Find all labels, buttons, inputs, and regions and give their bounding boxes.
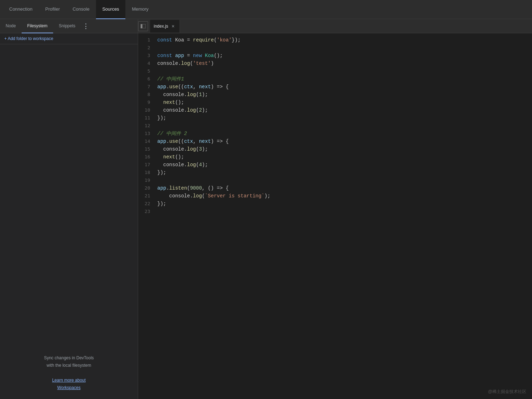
line-content: app.use((ctx, next) => {: [156, 83, 532, 91]
main-layout: + Add folder to workspace Sync changes i…: [0, 33, 532, 399]
line-number: 15: [138, 145, 156, 153]
file-tab-index-js[interactable]: index.js×: [150, 20, 180, 33]
code-line: 20app.listen(9000, () => {: [138, 184, 532, 192]
line-content: // 中间件 2: [156, 130, 532, 137]
line-content: next();: [156, 99, 532, 106]
code-line: 21 console.log(`Server is starting`);: [138, 192, 532, 200]
svg-rect-0: [141, 24, 142, 28]
add-folder-label: + Add folder to workspace: [4, 36, 53, 41]
sidebar-content: + Add folder to workspace: [0, 33, 138, 347]
sidebar: + Add folder to workspace Sync changes i…: [0, 33, 138, 399]
line-content: console.log(2);: [156, 106, 532, 114]
line-content: [156, 122, 532, 130]
sync-line1: Sync changes in DevTools: [44, 355, 94, 360]
line-number: 13: [138, 130, 156, 137]
line-number: 8: [138, 91, 156, 99]
sidebar-footer: Sync changes in DevTools with the local …: [0, 347, 138, 399]
line-content: console.log('test'): [156, 60, 532, 67]
nav-tab-memory[interactable]: Memory: [125, 0, 155, 19]
sync-text: Sync changes in DevTools with the local …: [7, 354, 131, 370]
code-line: 14app.use((ctx, next) => {: [138, 137, 532, 145]
nav-tab-connection[interactable]: Connection: [3, 0, 39, 19]
line-content: [156, 44, 532, 52]
line-content: console.log(`Server is starting`);: [156, 192, 532, 200]
code-line: 17 console.log(4);: [138, 161, 532, 169]
line-number: 12: [138, 122, 156, 130]
nav-tab-profiler[interactable]: Profiler: [39, 0, 66, 19]
line-number: 23: [138, 208, 156, 215]
line-content: app.listen(9000, () => {: [156, 184, 532, 192]
line-number: 1: [138, 36, 156, 44]
nav-tab-console[interactable]: Console: [66, 0, 96, 19]
code-line: 18});: [138, 169, 532, 176]
code-line: 19: [138, 176, 532, 184]
code-area: 1const Koa = require('koa'});2 3const ap…: [138, 33, 532, 399]
code-line: 1const Koa = require('koa'});: [138, 36, 532, 44]
sync-line2: with the local filesystem: [46, 363, 91, 368]
workspaces-link[interactable]: Workspaces: [7, 384, 131, 392]
line-number: 11: [138, 114, 156, 122]
sub-tab-snippets[interactable]: Snippets: [53, 19, 81, 33]
line-content: });: [156, 169, 532, 176]
code-line: 10 console.log(2);: [138, 106, 532, 114]
sub-nav-section: NodeFilesystemSnippets⋮: [0, 19, 138, 33]
line-number: 4: [138, 60, 156, 67]
code-line: 13// 中间件 2: [138, 130, 532, 137]
line-content: const Koa = require('koa'});: [156, 36, 532, 44]
learn-more-link[interactable]: Learn more about: [7, 377, 131, 384]
code-line: 22});: [138, 200, 532, 208]
svg-rect-1: [142, 24, 146, 28]
line-content: [156, 67, 532, 75]
line-content: app.use((ctx, next) => {: [156, 137, 532, 145]
combined-toolbar: NodeFilesystemSnippets⋮ index.js×: [0, 19, 532, 33]
line-number: 17: [138, 161, 156, 169]
line-number: 10: [138, 106, 156, 114]
code-line: 15 console.log(3);: [138, 145, 532, 153]
line-content: });: [156, 114, 532, 122]
code-line: 8 console.log(1);: [138, 91, 532, 99]
code-line: 9 next();: [138, 99, 532, 106]
line-content: console.log(4);: [156, 161, 532, 169]
file-tab-section: index.js×: [138, 19, 532, 33]
line-content: // 中间件1: [156, 75, 532, 83]
line-number: 6: [138, 75, 156, 83]
code-line: 3const app = new Koa();: [138, 52, 532, 60]
code-editor: 1const Koa = require('koa'});2 3const ap…: [138, 33, 532, 399]
line-number: 22: [138, 200, 156, 208]
sub-tab-node[interactable]: Node: [0, 19, 22, 33]
top-nav: ConnectionProfilerConsoleSourcesMemory: [0, 0, 532, 19]
line-content: [156, 208, 532, 215]
add-folder-button[interactable]: + Add folder to workspace: [0, 33, 138, 44]
line-content: console.log(3);: [156, 145, 532, 153]
line-number: 3: [138, 52, 156, 60]
code-line: 12: [138, 122, 532, 130]
line-number: 5: [138, 67, 156, 75]
line-content: });: [156, 200, 532, 208]
code-line: 11});: [138, 114, 532, 122]
watermark: @稀土掘金技术社区: [488, 389, 526, 395]
file-tab-name: index.js: [154, 24, 168, 29]
line-number: 19: [138, 176, 156, 184]
file-tab-close-button[interactable]: ×: [170, 23, 176, 29]
line-number: 20: [138, 184, 156, 192]
sub-tab-filesystem[interactable]: Filesystem: [22, 19, 53, 33]
line-number: 18: [138, 169, 156, 176]
line-number: 2: [138, 44, 156, 52]
code-line: 23: [138, 208, 532, 215]
line-content: [156, 176, 532, 184]
more-options-button[interactable]: ⋮: [81, 21, 91, 31]
line-content: console.log(1);: [156, 91, 532, 99]
panel-toggle-button[interactable]: [138, 21, 148, 31]
line-content: next();: [156, 153, 532, 161]
line-number: 16: [138, 153, 156, 161]
line-content: const app = new Koa();: [156, 52, 532, 60]
code-line: 4console.log('test'): [138, 60, 532, 67]
code-line: 7app.use((ctx, next) => {: [138, 83, 532, 91]
nav-tab-sources[interactable]: Sources: [96, 0, 126, 19]
line-number: 7: [138, 83, 156, 91]
code-line: 5: [138, 67, 532, 75]
line-number: 21: [138, 192, 156, 200]
line-number: 14: [138, 137, 156, 145]
code-line: 2: [138, 44, 532, 52]
code-line: 6// 中间件1: [138, 75, 532, 83]
